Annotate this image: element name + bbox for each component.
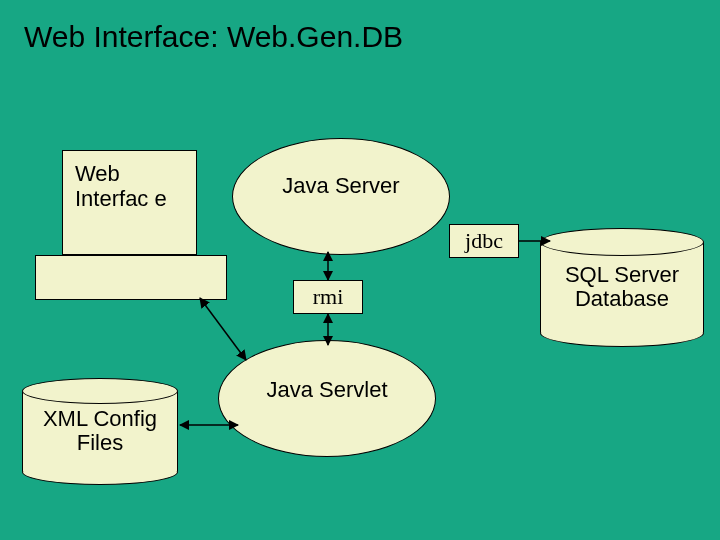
diagram-title: Web Interface: Web.Gen.DB [24,20,403,54]
java-server-label: Java Server [282,174,399,198]
java-servlet-label: Java Servlet [266,378,387,402]
web-interface-label: Web Interfac e [75,161,167,211]
java-server-node: Java Server [232,138,450,255]
sql-database-label: SQL Server Database [541,263,703,311]
sql-database-node: SQL Server Database [540,230,704,345]
web-interface-node: Web Interfac e [62,150,197,255]
web-interface-base [35,255,227,300]
jdbc-edge-label: jdbc [449,224,519,258]
xml-config-label: XML Config Files [23,407,177,455]
edge-webiface-servlet [200,298,246,360]
diagram-stage: Web Interface: Web.Gen.DB Web Interfac e… [0,0,720,540]
java-servlet-node: Java Servlet [218,340,436,457]
xml-config-node: XML Config Files [22,380,178,483]
rmi-edge-label: rmi [293,280,363,314]
